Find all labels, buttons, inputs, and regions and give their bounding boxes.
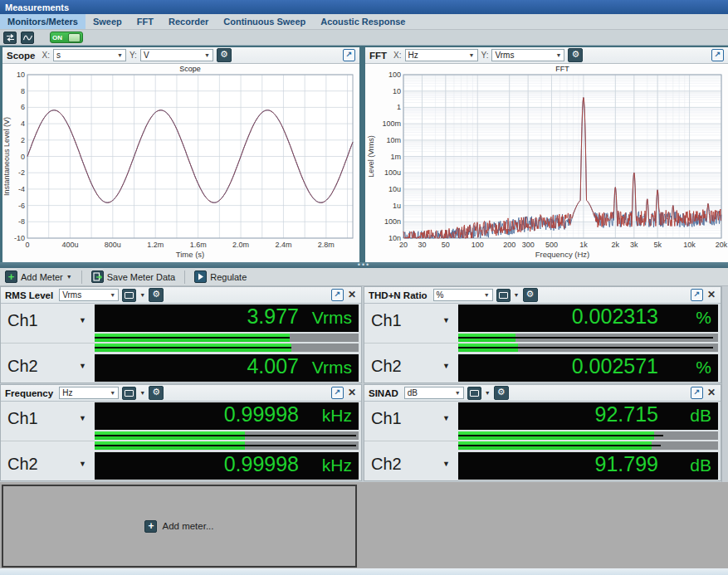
graph-panels-region: Scope X: s▼ Y: V▼ ⚙ ↗ -10-8-6-4-20246810… xyxy=(0,46,728,262)
meter-scrollbar[interactable] xyxy=(721,286,728,482)
svg-text:10u: 10u xyxy=(388,185,401,193)
chevron-down-icon: ▼ xyxy=(66,274,72,280)
chevron-down-icon: ▼ xyxy=(79,362,86,370)
fft-graph[interactable]: 2030501002003005001k2k3k5k10k20k10010110… xyxy=(365,64,728,261)
meter-display-ch1: 0.99998kHz xyxy=(95,402,359,430)
meter-toolbar: + Add Meter ▼ Save Meter Data Regulate xyxy=(0,268,728,286)
meter-unit-select[interactable]: Vrms▼ xyxy=(59,289,119,301)
channel-selector-ch1[interactable]: Ch1▼ xyxy=(1,402,95,435)
generator-on-toggle[interactable]: ON xyxy=(50,32,83,43)
horizontal-splitter[interactable]: ••• xyxy=(0,262,728,268)
fft-y-unit-select[interactable]: Vrms▼ xyxy=(491,49,564,61)
svg-text:2: 2 xyxy=(21,136,25,144)
scope-y-unit-select[interactable]: V▼ xyxy=(140,49,213,61)
add-meter-dropzone[interactable]: + Add meter... xyxy=(2,485,357,568)
add-meter-button[interactable]: + Add Meter ▼ xyxy=(2,270,75,283)
close-icon[interactable]: ✕ xyxy=(706,387,716,398)
scope-graph[interactable]: -10-8-6-4-202468100400u800u1.2m1.6m2.0m2… xyxy=(2,64,359,261)
tab-continuous-sweep[interactable]: Continuous Sweep xyxy=(216,14,313,29)
fft-panel-header: FFT X: Hz▼ Y: Vrms▼ ⚙ ↗ xyxy=(365,47,728,64)
fft-panel: FFT X: Hz▼ Y: Vrms▼ ⚙ ↗ 2030501002003005… xyxy=(365,47,728,262)
display-mode-icon[interactable] xyxy=(496,289,511,302)
svg-text:6: 6 xyxy=(21,103,25,111)
level-bar-ch2 xyxy=(458,344,718,352)
channel-selector-ch1[interactable]: Ch1▼ xyxy=(1,304,95,337)
on-toggle-knob xyxy=(68,33,81,42)
divider xyxy=(1,441,95,441)
meter-title: THD+N Ratio xyxy=(369,290,428,300)
channel-selector-ch1[interactable]: Ch1▼ xyxy=(364,304,458,337)
meter-title: SINAD xyxy=(369,388,398,398)
channel-selector-ch2[interactable]: Ch2▼ xyxy=(1,447,95,480)
fft-expand-icon[interactable]: ↗ xyxy=(711,49,724,61)
add-meter-plus-icon: + xyxy=(144,520,157,533)
save-meter-data-icon xyxy=(91,270,104,283)
chevron-down-icon: ▼ xyxy=(79,460,86,468)
meter-expand-icon[interactable]: ↗ xyxy=(691,289,703,301)
meter-settings-gear-icon[interactable]: ⚙ xyxy=(149,288,164,302)
close-icon[interactable]: ✕ xyxy=(706,290,716,300)
chevron-down-icon: ▼ xyxy=(79,316,86,324)
divider xyxy=(364,441,458,441)
tab-fft[interactable]: FFT xyxy=(129,14,161,29)
regulate-button[interactable]: Regulate xyxy=(192,270,249,283)
channel-selector-ch2[interactable]: Ch2▼ xyxy=(1,349,95,383)
display-mode-icon[interactable] xyxy=(122,387,136,400)
meter-unit-select[interactable]: Hz▼ xyxy=(59,387,119,399)
level-bar-ch2 xyxy=(95,344,359,352)
meter-settings-gear-icon[interactable]: ⚙ xyxy=(149,386,164,400)
channel-selector-ch2[interactable]: Ch2▼ xyxy=(364,349,458,383)
on-toggle-label: ON xyxy=(52,34,62,41)
scope-expand-icon[interactable]: ↗ xyxy=(343,49,355,61)
meter-expand-icon[interactable]: ↗ xyxy=(331,289,344,301)
fft-x-unit-select[interactable]: Hz▼ xyxy=(405,49,478,61)
svg-text:10: 10 xyxy=(393,87,401,95)
scope-x-unit-select[interactable]: s▼ xyxy=(53,49,126,61)
svg-text:800u: 800u xyxy=(105,241,121,249)
display-mode-icon[interactable] xyxy=(122,289,136,302)
close-icon[interactable]: ✕ xyxy=(347,387,357,398)
svg-text:Scope: Scope xyxy=(179,65,201,73)
display-mode-icon[interactable] xyxy=(467,387,481,400)
fft-settings-gear-icon[interactable]: ⚙ xyxy=(568,48,583,62)
generator-waveform-icon[interactable] xyxy=(21,32,34,44)
svg-text:-2: -2 xyxy=(18,168,25,177)
meter-grid: RMS Level Vrms▼ ▼ ⚙ ↗ ✕ Ch1▼ Ch2▼ 3.977V… xyxy=(0,286,728,482)
meter-display-ch2: 0.99998kHz xyxy=(95,452,359,480)
meter-display-ch1: 0.002313% xyxy=(458,305,718,332)
svg-text:5k: 5k xyxy=(653,241,662,249)
channel-selector-ch1[interactable]: Ch1▼ xyxy=(364,402,458,435)
svg-text:100: 100 xyxy=(388,71,401,79)
divider xyxy=(364,343,458,344)
scope-settings-gear-icon[interactable]: ⚙ xyxy=(217,48,232,62)
fft-y-label: Y: xyxy=(481,51,489,60)
tab-monitors-meters[interactable]: Monitors/Meters xyxy=(0,14,86,29)
tab-sweep[interactable]: Sweep xyxy=(86,14,129,29)
svg-text:-8: -8 xyxy=(18,217,25,226)
save-meter-data-button[interactable]: Save Meter Data xyxy=(89,270,178,283)
tab-recorder[interactable]: Recorder xyxy=(161,14,216,29)
meter-expand-icon[interactable]: ↗ xyxy=(691,387,703,399)
meter-unit-select[interactable]: %▼ xyxy=(433,289,493,301)
meter-unit-select[interactable]: dB▼ xyxy=(404,387,464,399)
scope-panel-header: Scope X: s▼ Y: V▼ ⚙ ↗ xyxy=(2,47,359,64)
chevron-down-icon: ▼ xyxy=(514,292,520,298)
meter-expand-icon[interactable]: ↗ xyxy=(331,387,344,399)
channel-selector-ch2[interactable]: Ch2▼ xyxy=(364,447,458,480)
io-connector-icon[interactable] xyxy=(3,32,17,44)
svg-text:1m: 1m xyxy=(390,153,401,161)
level-bar-ch2 xyxy=(458,441,718,450)
meter-body: Ch1▼ Ch2▼ 0.99998kHz 0.99998kHz xyxy=(1,402,361,480)
close-icon[interactable]: ✕ xyxy=(347,290,357,300)
svg-text:0: 0 xyxy=(21,153,25,161)
chevron-down-icon: ▼ xyxy=(79,414,86,422)
svg-text:0: 0 xyxy=(25,241,29,249)
tab-acoustic-response[interactable]: Acoustic Response xyxy=(313,14,413,29)
svg-text:10m: 10m xyxy=(386,136,401,144)
meter-settings-gear-icon[interactable]: ⚙ xyxy=(494,386,509,400)
scope-panel-title: Scope xyxy=(7,51,36,61)
chevron-down-icon: ▼ xyxy=(442,362,450,370)
meter-settings-gear-icon[interactable]: ⚙ xyxy=(523,288,538,302)
chevron-down-icon: ▼ xyxy=(139,292,145,298)
level-bar-ch1 xyxy=(458,431,718,440)
